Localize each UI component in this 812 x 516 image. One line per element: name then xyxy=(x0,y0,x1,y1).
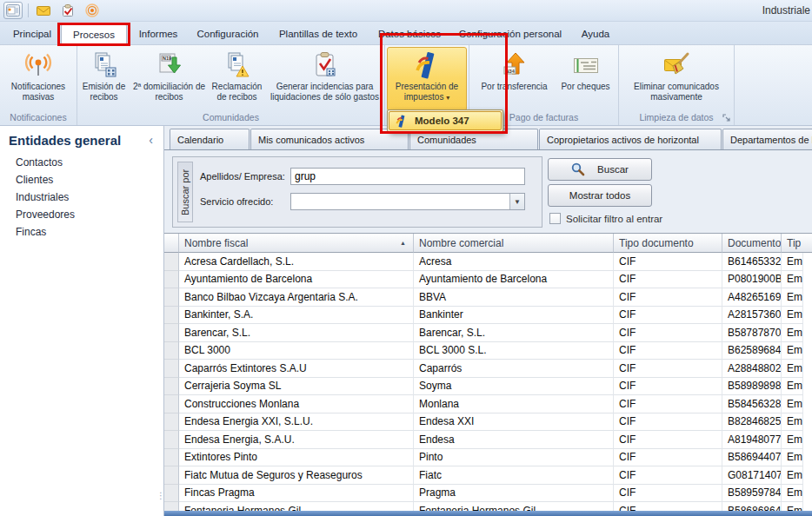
table-cell-tipo-documento: CIF xyxy=(614,360,722,378)
table-row[interactable]: Barencar, S.L. Barencar, S.L. CIF B58787… xyxy=(164,324,812,342)
table-row[interactable]: Endesa Energia XXI, S.L.U. Endesa XXI CI… xyxy=(164,413,812,432)
table-row[interactable]: Ayuntamiento de Barcelona Ayuntamiento d… xyxy=(164,271,812,289)
row-selector[interactable] xyxy=(164,466,179,485)
generar-incidencias-button[interactable]: Generar incidencias para liquidaciones d… xyxy=(266,47,384,111)
row-selector[interactable] xyxy=(164,324,179,342)
app-menu-button[interactable] xyxy=(3,2,23,19)
table-cell-tipo-documento: CIF xyxy=(614,324,722,342)
row-selector[interactable] xyxy=(164,395,179,413)
menu-tab[interactable]: Informes xyxy=(130,23,186,44)
broadcast-small-icon[interactable] xyxy=(83,2,102,19)
mostrar-todos-button[interactable]: Mostrar todos xyxy=(548,184,652,207)
menu-tab[interactable]: Configuración personal xyxy=(452,23,569,44)
entities-grid: Nombre fiscal ▲ Nombre comercial Tipo do… xyxy=(164,233,812,516)
sidebar-item[interactable]: Clientes xyxy=(0,171,163,189)
row-selector[interactable] xyxy=(164,307,179,325)
column-header-documento[interactable]: Documento xyxy=(722,234,782,253)
table-cell-tipo-entidad: Em xyxy=(782,449,803,467)
emision-recibos-button[interactable]: Emisión de recibos xyxy=(78,47,130,111)
buscar-por-vertical-tab: Buscar por xyxy=(177,162,193,222)
table-cell-nombre-fiscal: BCL 3000 xyxy=(179,342,414,361)
row-selector[interactable] xyxy=(164,431,179,449)
modelo-347-menu-item[interactable]: Modelo 347 xyxy=(389,111,502,130)
table-cell-documento: B58456328 xyxy=(722,395,782,413)
table-cell-tipo-entidad: Em xyxy=(782,378,803,396)
sidebar-item[interactable]: Contactos xyxy=(0,154,163,171)
table-cell-tipo-entidad: Em xyxy=(782,413,803,432)
menu-tab[interactable]: Procesos xyxy=(61,23,127,44)
column-header-tipo[interactable]: Tip xyxy=(782,234,812,253)
row-selector[interactable] xyxy=(164,288,179,307)
dialog-launcher-icon[interactable] xyxy=(722,114,731,122)
content-tab[interactable]: Copropietarios activos de horizontal xyxy=(539,129,722,149)
table-row[interactable]: Caparrós Extintores S.A.U Caparrós CIF A… xyxy=(164,360,812,378)
table-row[interactable]: Banco Bilbao Vizcaya Argentaria S.A. BBV… xyxy=(164,288,812,307)
column-header-nombre-fiscal[interactable]: Nombre fiscal ▲ xyxy=(179,234,414,253)
sidebar-item[interactable]: Proveedores xyxy=(0,206,163,223)
table-row[interactable]: Acresa Cardellach, S.L. Acresa CIF B6146… xyxy=(164,253,812,271)
checkbox-unchecked[interactable] xyxy=(549,213,561,224)
table-cell-nombre-comercial: Pragma xyxy=(414,485,614,503)
table-row[interactable]: Bankinter, S.A. Bankinter CIF A28157360 … xyxy=(164,307,812,325)
collapse-sidebar-icon[interactable]: ‹ xyxy=(149,135,153,145)
table-row[interactable]: Cerrajeria Soyma SL Soyma CIF B58989898 … xyxy=(164,378,812,396)
servicio-ofrecido-combo[interactable]: ▼ xyxy=(290,193,525,210)
table-cell-nombre-comercial: Caparrós xyxy=(414,360,614,378)
table-cell-tipo-documento: CIF xyxy=(614,307,722,325)
menu-tab[interactable]: Principal xyxy=(7,23,57,44)
menu-tab[interactable]: Configuración xyxy=(190,23,266,44)
clipboard-check-icon xyxy=(310,50,340,80)
table-cell-tipo-documento: CIF xyxy=(614,413,722,432)
row-selector[interactable] xyxy=(164,485,179,503)
table-row[interactable]: BCL 3000 BCL 3000 S.L. CIF B62589684 Em xyxy=(164,342,812,361)
content-tab[interactable]: Calendario xyxy=(170,129,250,149)
row-selector[interactable] xyxy=(164,360,179,378)
combo-arrow-icon[interactable]: ▼ xyxy=(509,194,524,209)
table-row[interactable]: Fincas Pragma Pragma CIF B58959784 Em xyxy=(164,485,812,503)
content-tab[interactable]: Departamentos de hor xyxy=(722,129,812,149)
domiciliacion-recibos-button[interactable]: N19 2ª domiciliación de recibos xyxy=(130,47,209,111)
task-check-icon[interactable] xyxy=(58,2,77,19)
table-cell-tipo-documento: CIF xyxy=(614,466,722,485)
table-cell-documento: B62589684 xyxy=(722,342,782,361)
menu-tab[interactable]: Plantillas de texto xyxy=(270,23,367,44)
horizontal-scrollbar[interactable] xyxy=(164,511,812,516)
grid-header: Nombre fiscal ▲ Nombre comercial Tipo do… xyxy=(164,234,812,253)
table-row[interactable]: Endesa Energia, S.A.U. Endesa CIF A81948… xyxy=(164,431,812,449)
column-header-nombre-comercial[interactable]: Nombre comercial xyxy=(414,234,614,253)
mail-icon[interactable] xyxy=(34,2,53,19)
column-header-tipo-documento[interactable]: Tipo documento xyxy=(614,234,722,253)
buscar-button[interactable]: Buscar xyxy=(548,158,652,181)
sidebar-item[interactable]: Industriales xyxy=(0,189,163,206)
table-row[interactable]: Extintores Pinto Pinto CIF B58694407 Em xyxy=(164,449,812,467)
row-selector[interactable] xyxy=(164,413,179,432)
apellidos-empresa-input[interactable] xyxy=(290,168,525,185)
table-cell-nombre-fiscal: Bankinter, S.A. xyxy=(179,307,414,325)
table-row[interactable]: Construcciones Monlana Monlana CIF B5845… xyxy=(164,395,812,413)
sidebar-item[interactable]: Fincas xyxy=(0,223,163,241)
table-cell-nombre-comercial: Pinto xyxy=(414,449,614,467)
menu-tab[interactable]: Datos básicos xyxy=(370,23,449,44)
row-selector[interactable] xyxy=(164,342,179,361)
table-cell-documento: B58694407 xyxy=(722,449,782,467)
table-cell-tipo-entidad: Em xyxy=(782,253,803,271)
notificaciones-masivas-button[interactable]: Notificaciones masivas xyxy=(1,47,76,111)
eliminar-comunicados-button[interactable]: Eliminar comunicados masivamente xyxy=(621,47,732,111)
por-transferencia-button[interactable]: N34 Por transferencia xyxy=(473,47,556,111)
agencia-tributaria-small-icon xyxy=(395,115,408,128)
presentacion-impuestos-button[interactable]: Presentación de impuestos ▾ xyxy=(387,47,467,111)
menu-tab[interactable]: Ayuda xyxy=(572,23,619,44)
row-selector[interactable] xyxy=(164,253,179,271)
table-cell-nombre-comercial: BCL 3000 S.L. xyxy=(414,342,614,361)
table-row[interactable]: Fiatc Mutua de Seguros y Reaseguros Fiat… xyxy=(164,466,812,485)
table-cell-documento: G08171407 xyxy=(722,466,782,485)
filter-panel: Buscar por Apellidos/ Empresa: Servicio … xyxy=(172,156,542,228)
content-tab[interactable]: Mis comunicados activos xyxy=(250,129,409,149)
row-selector[interactable] xyxy=(164,271,179,289)
row-selector[interactable] xyxy=(164,378,179,396)
apellidos-empresa-label: Apellidos/ Empresa: xyxy=(200,171,290,182)
group-label-notificaciones: Notificaciones xyxy=(0,112,77,124)
row-selector[interactable] xyxy=(164,449,179,467)
reclamacion-recibos-button[interactable]: Reclamación de recibos xyxy=(209,47,266,111)
por-cheques-button[interactable]: Por cheques xyxy=(556,47,616,111)
